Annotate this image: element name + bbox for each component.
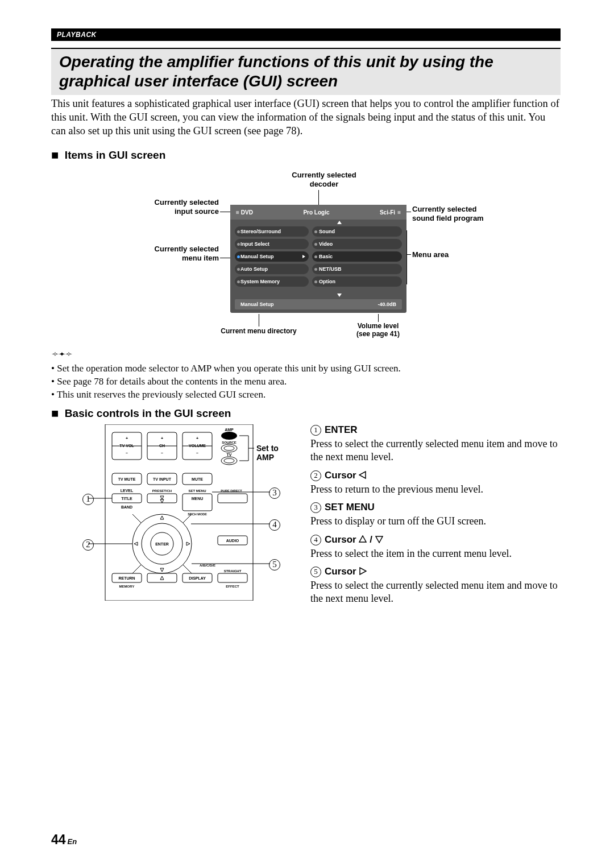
svg-text:AMP: AMP <box>225 428 234 432</box>
gui-right-2: Basic <box>319 254 333 259</box>
hint-icon: ✧✦✧ <box>51 350 72 358</box>
svg-text:SOURCE: SOURCE <box>222 441 237 444</box>
svg-marker-50 <box>134 542 138 545</box>
callnum-3: 3 <box>269 487 280 499</box>
callout-sfp-l2: sound field program <box>412 214 484 222</box>
svg-point-23 <box>224 458 234 463</box>
gui-decoder: Pro Logic <box>253 209 380 216</box>
gui-status-bar: Manual Setup -40.0dB <box>235 299 402 309</box>
controls-descriptions: 1ENTER Press to select the currently sel… <box>310 424 561 611</box>
svg-text:–: – <box>126 450 128 454</box>
entry-3-desc: Press to display or turn off the GUI scr… <box>310 515 561 528</box>
entry-4: 4Cursor / Press to select the item in th… <box>310 534 561 560</box>
svg-marker-80 <box>376 536 383 543</box>
gui-status-left: Manual Setup <box>240 301 274 307</box>
page-title: Operating the amplifier functions of thi… <box>59 52 553 90</box>
callout-menu-area: Menu area <box>412 250 449 259</box>
svg-text:+: + <box>196 436 198 440</box>
tip-1: Set the operation mode selector to AMP w… <box>51 362 561 375</box>
svg-text:LEVEL: LEVEL <box>121 489 134 493</box>
svg-point-17 <box>221 432 237 440</box>
svg-text:STRAIGHT: STRAIGHT <box>224 569 242 573</box>
entry-5-label: Cursor <box>325 566 359 577</box>
svg-line-55 <box>183 565 192 573</box>
svg-text:SET MENU: SET MENU <box>188 489 206 493</box>
svg-marker-37 <box>160 496 164 499</box>
svg-text:RETURN: RETURN <box>118 576 135 580</box>
svg-text:TV MUTE: TV MUTE <box>118 477 136 481</box>
gui-screen: ≡DVD Pro Logic Sci-Fi≡ Stereo/SurroundSo… <box>230 205 406 313</box>
gui-right-0: Sound <box>319 229 335 234</box>
svg-text:TV: TV <box>227 453 232 457</box>
set-to-amp-label: Set to AMP <box>256 444 281 462</box>
callout-menu-item: Currently selected menu item <box>139 245 219 262</box>
svg-text:MUTE: MUTE <box>192 477 203 481</box>
svg-text:–: – <box>196 450 198 454</box>
svg-text:PRESET/CH: PRESET/CH <box>152 489 172 493</box>
section-header: PLAYBACK <box>51 28 561 41</box>
svg-marker-49 <box>160 568 164 572</box>
svg-text:AUDIO: AUDIO <box>226 539 239 543</box>
entry-1-desc: Press to select the currently selected m… <box>310 437 561 464</box>
tip-3: This unit reserves the previously select… <box>51 388 561 402</box>
svg-rect-60 <box>218 573 247 582</box>
entry-4-num: 4 <box>310 535 321 545</box>
svg-text:+: + <box>126 436 128 440</box>
entry-2-desc: Press to return to the previous menu lev… <box>310 483 561 496</box>
entry-3-num: 3 <box>310 502 321 513</box>
svg-text:MEMORY: MEMORY <box>119 585 135 588</box>
gui-diagram: Currently selected decoder Currently sel… <box>128 176 486 341</box>
svg-marker-48 <box>160 516 164 519</box>
callout-decoder: Currently selected decoder <box>279 171 370 188</box>
tips-block: ✧✦✧ Set the operation mode selector to A… <box>51 348 561 402</box>
entry-1: 1ENTER Press to select the currently sel… <box>310 424 561 464</box>
svg-rect-36 <box>147 494 177 503</box>
entry-1-label: ENTER <box>325 424 358 435</box>
gui-status-right: -40.0dB <box>377 301 396 307</box>
entry-2-num: 2 <box>310 470 321 481</box>
gui-right-4: Option <box>319 279 335 284</box>
svg-text:A/B/C/D/E: A/B/C/D/E <box>200 564 215 567</box>
callnum-1: 1 <box>82 494 94 505</box>
svg-text:TV INPUT: TV INPUT <box>153 477 172 481</box>
tip-2: See page 78 for details about the conten… <box>51 375 561 388</box>
callout-input: Currently selected input source <box>139 198 219 216</box>
svg-text:VOLUME: VOLUME <box>189 444 206 448</box>
svg-text:BAND: BAND <box>121 505 132 509</box>
section-basic-heading-text: Basic controls in the GUI screen <box>65 407 231 419</box>
callout-sfp: Currently selected sound field program <box>412 205 484 222</box>
entry-3-label: SET MENU <box>325 502 375 512</box>
gui-left-4: System Memory <box>240 279 280 284</box>
svg-text:–: – <box>161 450 163 454</box>
callout-volume-l2: (see page 41) <box>356 330 400 338</box>
svg-marker-79 <box>359 536 366 542</box>
svg-text:+: + <box>161 436 163 440</box>
svg-point-22 <box>221 457 237 465</box>
svg-rect-65 <box>147 573 177 582</box>
page-lang: En <box>68 837 77 846</box>
gui-right-3: NET/USB <box>319 266 342 272</box>
svg-text:EFFECT: EFFECT <box>226 585 239 588</box>
callnum-2: 2 <box>82 539 94 551</box>
gui-right-1: Video <box>319 241 333 247</box>
svg-text:TITLE: TITLE <box>121 497 132 501</box>
gui-left-2: Manual Setup <box>240 254 274 259</box>
svg-line-54 <box>132 565 141 573</box>
callnum-4: 4 <box>269 519 280 531</box>
up-arrow-icon <box>337 221 342 224</box>
svg-text:DISPLAY: DISPLAY <box>189 576 206 580</box>
intro-paragraph: This unit features a sophisticated graph… <box>51 97 561 138</box>
gui-menu-rows: Stereo/SurroundSound Input SelectVideo M… <box>235 226 402 289</box>
svg-marker-66 <box>160 576 164 580</box>
callout-directory: Current menu directory <box>208 327 310 335</box>
section-items-heading-text: Items in GUI screen <box>65 149 165 161</box>
entry-2: 2Cursor Press to return to the previous … <box>310 470 561 496</box>
entry-4-label: Cursor <box>325 534 359 545</box>
svg-line-52 <box>132 514 141 523</box>
entry-5-num: 5 <box>310 567 321 577</box>
svg-text:MENU: MENU <box>192 497 204 501</box>
entry-2-label: Cursor <box>325 470 359 481</box>
entry-4-desc: Press to select the item in the current … <box>310 547 561 560</box>
down-arrow-icon <box>337 294 342 297</box>
svg-rect-41 <box>218 494 247 503</box>
